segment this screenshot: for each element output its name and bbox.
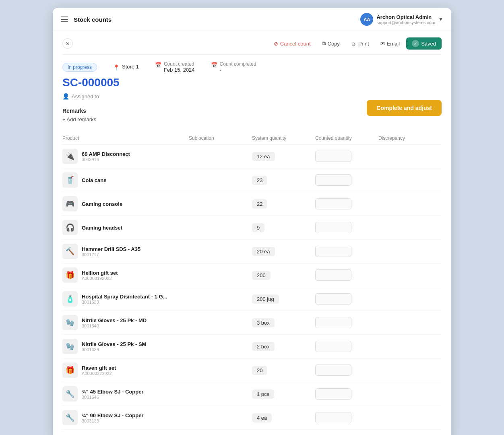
table-row: 🔧 ¾" 45 Elbow SJ - Copper 3001646 1 pcs	[62, 382, 442, 406]
product-thumbnail: 🧴	[62, 291, 78, 307]
counted-qty-cell[interactable]	[315, 365, 378, 376]
col-counted-qty: Counted quantity	[315, 135, 378, 141]
nav-left: Stock counts	[61, 16, 112, 23]
email-icon: ✉	[380, 41, 385, 47]
copy-button[interactable]: ⧉ Copy	[317, 38, 345, 49]
count-completed-label: Count completed	[220, 61, 256, 67]
user-info: Archon Optical Admin support@archonsyste…	[376, 14, 435, 25]
action-bar: ✕ ⊘ Cancel count ⧉ Copy 🖨 Print ✉ Email …	[62, 37, 442, 55]
top-nav: Stock counts AA Archon Optical Admin sup…	[53, 8, 451, 31]
system-qty-cell: 200	[252, 271, 315, 280]
counted-qty-input[interactable]	[315, 365, 351, 376]
counted-qty-cell[interactable]	[315, 412, 378, 423]
system-qty-badge: 23	[252, 176, 267, 185]
system-qty-badge: 3 box	[252, 318, 275, 327]
counted-qty-input[interactable]	[315, 412, 351, 423]
counted-qty-input[interactable]	[315, 293, 351, 304]
product-sku: 3001717	[82, 252, 140, 257]
counted-qty-cell[interactable]	[315, 222, 378, 233]
app-window: Stock counts AA Archon Optical Admin sup…	[53, 8, 451, 435]
counted-qty-cell[interactable]	[315, 246, 378, 257]
counted-qty-input[interactable]	[315, 198, 351, 209]
counted-qty-cell[interactable]	[315, 174, 378, 186]
cancel-icon: ⊘	[274, 41, 278, 47]
product-cell: 🧤 Nitrile Gloves - 25 Pk - SM 3001639	[62, 339, 189, 354]
system-qty-badge: 1 pcs	[252, 389, 274, 399]
system-qty-cell: 20 ea	[252, 247, 315, 256]
counted-qty-input[interactable]	[315, 388, 351, 400]
table-row: 🎁 Hellion gift set A00000192022 200	[62, 263, 442, 287]
system-qty-badge: 4 ea	[252, 413, 272, 423]
product-cell: 🎮 Gaming console	[62, 196, 189, 211]
assigned-label: Assigned to	[72, 93, 99, 99]
system-qty-cell: 20	[252, 366, 315, 375]
table-row: 🎁 Raven gift set A00000222022 20	[62, 358, 442, 382]
counted-qty-cell[interactable]	[315, 293, 378, 304]
counted-qty-input[interactable]	[315, 317, 351, 328]
store-meta: 📍 Store 1	[113, 64, 139, 70]
complete-and-adjust-button[interactable]: Complete and adjust	[367, 100, 442, 116]
table-row: 🧤 Nitrile Gloves - 25 Pk - SM 3001639 2 …	[62, 335, 442, 358]
counted-qty-input[interactable]	[315, 151, 351, 162]
product-thumbnail: 🎁	[62, 362, 78, 378]
product-name: Nitrile Gloves - 25 Pk - SM	[82, 341, 146, 347]
table-row: 🔌 60 AMP Disconnect 3003916 12 ea	[62, 145, 442, 168]
counted-qty-cell[interactable]	[315, 341, 378, 352]
system-qty-badge: 20	[252, 366, 267, 375]
nav-right: AA Archon Optical Admin support@archonsy…	[360, 13, 443, 26]
email-button[interactable]: ✉ Email	[376, 38, 405, 49]
count-completed-meta: 📅 Count completed -	[211, 61, 256, 73]
system-qty-cell: 4 ea	[252, 413, 315, 423]
product-thumbnail: 🧤	[62, 315, 78, 330]
product-name: Cola cans	[82, 177, 106, 183]
system-qty-badge: 2 box	[252, 342, 275, 351]
close-button[interactable]: ✕	[62, 38, 73, 49]
counted-qty-input[interactable]	[315, 341, 351, 352]
cancel-count-button[interactable]: ⊘ Cancel count	[269, 38, 316, 49]
system-qty-badge: 12 ea	[252, 152, 275, 161]
user-name: Archon Optical Admin	[376, 14, 435, 20]
counted-qty-cell[interactable]	[315, 317, 378, 328]
product-sku: 3001640	[82, 323, 147, 328]
product-sku: 3003916	[82, 157, 130, 162]
system-qty-badge: 22	[252, 199, 267, 209]
system-qty-badge: 9	[252, 223, 264, 232]
product-name: Gaming console	[82, 201, 122, 207]
system-qty-cell: 200 jug	[252, 294, 315, 304]
product-sku: 3003133	[82, 418, 144, 423]
product-cell: 🔧 ¾" 45 Elbow SJ - Copper 3001646	[62, 386, 189, 402]
system-qty-badge: 200 jug	[252, 294, 279, 304]
counted-qty-cell[interactable]	[315, 151, 378, 162]
product-sku: 3001633	[82, 300, 167, 304]
content-area: ✕ ⊘ Cancel count ⧉ Copy 🖨 Print ✉ Email …	[53, 31, 451, 435]
product-cell: 🔌 60 AMP Disconnect 3003916	[62, 149, 189, 164]
product-name: Hospital Spray Disinfectant - 1 G...	[82, 294, 167, 300]
system-qty-cell: 23	[252, 176, 315, 185]
location-icon: 📍	[113, 64, 120, 70]
counted-qty-input[interactable]	[315, 222, 351, 233]
saved-button[interactable]: ✓ Saved	[406, 37, 442, 50]
product-thumbnail: 🎮	[62, 196, 78, 211]
table-row: 🥤 Cola cans 23	[62, 168, 442, 192]
product-cell: 🔨 Hammer Drill SDS - A35 3001717	[62, 244, 189, 259]
counted-qty-input[interactable]	[315, 269, 351, 281]
counted-qty-cell[interactable]	[315, 198, 378, 209]
col-sublocation: Sublocation	[189, 135, 252, 141]
counted-qty-cell[interactable]	[315, 269, 378, 281]
table-row: 🔧 ¾" 90 Elbow SJ - Copper 3003133 4 ea	[62, 406, 442, 430]
add-remarks-button[interactable]: + Add remarks	[62, 116, 96, 122]
system-qty-cell: 3 box	[252, 318, 315, 327]
counted-qty-input[interactable]	[315, 246, 351, 257]
print-button[interactable]: 🖨 Print	[346, 38, 374, 49]
product-thumbnail: 🔧	[62, 386, 78, 402]
counted-qty-input[interactable]	[315, 174, 351, 186]
product-name: Gaming headset	[82, 225, 122, 231]
product-thumbnail: 🔧	[62, 410, 78, 425]
product-thumbnail: 🎧	[62, 220, 78, 235]
chevron-down-icon[interactable]: ▼	[438, 17, 443, 22]
table-row: 🎧 Gaming headset 9	[62, 216, 442, 240]
counted-qty-cell[interactable]	[315, 388, 378, 400]
count-completed-value: -	[220, 67, 256, 73]
system-qty-cell: 9	[252, 223, 315, 232]
hamburger-icon[interactable]	[61, 17, 68, 22]
